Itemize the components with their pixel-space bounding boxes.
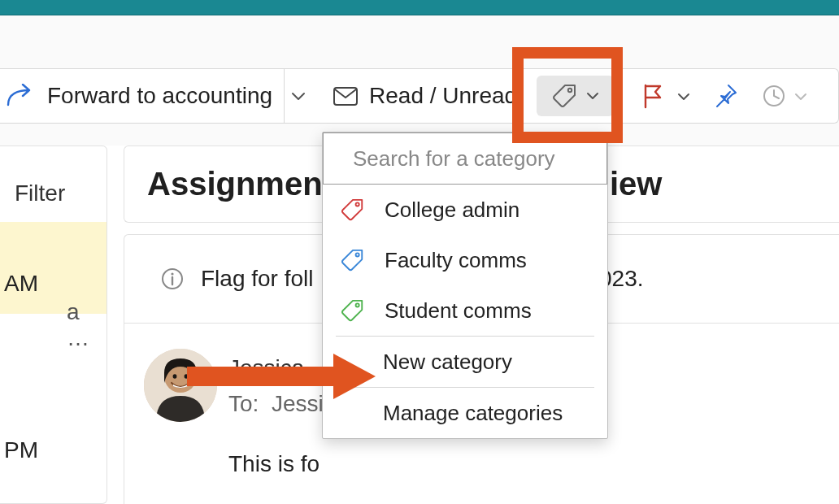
svg-point-6	[173, 374, 177, 379]
snooze-button[interactable]	[762, 84, 786, 108]
tag-icon	[341, 198, 365, 222]
flag-followup-text: Flag for foll	[201, 266, 314, 292]
svg-point-11	[356, 303, 359, 306]
new-category-item[interactable]: New category	[323, 337, 607, 387]
category-item-faculty-comms[interactable]: Faculty comms	[323, 235, 607, 285]
window-title-bar	[0, 0, 839, 15]
filter-button[interactable]: Filter	[15, 180, 65, 206]
flag-info-row: Flag for foll 023.	[160, 266, 314, 292]
category-label: Faculty comms	[385, 248, 527, 273]
snooze-dropdown[interactable]	[794, 89, 807, 103]
message-list-item[interactable]: PM	[0, 437, 107, 462]
new-category-label: New category	[383, 350, 512, 375]
read-unread-button[interactable]: Read / Unread	[369, 83, 517, 109]
category-item-college-admin[interactable]: College admin	[323, 185, 607, 235]
pin-button[interactable]	[713, 83, 739, 109]
message-list-item-selected[interactable]: AM a …	[0, 222, 107, 314]
sender-avatar[interactable]	[144, 349, 217, 422]
svg-point-7	[185, 374, 189, 379]
annotation-highlight-box	[512, 47, 623, 143]
chevron-down-icon	[677, 93, 690, 101]
message-body-text: This is fo	[228, 451, 320, 477]
recipient-line: To: Jessic	[228, 391, 335, 417]
preview-snippet: a …	[67, 299, 107, 351]
preview-time: AM	[4, 271, 38, 297]
svg-point-10	[356, 253, 359, 256]
svg-point-9	[356, 202, 359, 206]
forward-arrow-icon	[7, 84, 39, 108]
categorize-dropdown: College admin Faculty comms Student comm…	[322, 132, 608, 439]
category-item-student-comms[interactable]: Student comms	[323, 285, 607, 336]
forward-quickstep-dropdown[interactable]	[285, 69, 312, 123]
flag-button[interactable]	[641, 83, 664, 109]
sender-name: Jessica	[228, 355, 304, 381]
tag-icon	[341, 298, 365, 323]
message-toolbar: Forward to accounting Read / Unread	[0, 68, 839, 124]
chevron-down-icon	[794, 93, 807, 101]
flag-icon	[641, 83, 664, 109]
preview-time: PM	[4, 437, 38, 463]
forward-quickstep-button[interactable]: Forward to accounting	[47, 83, 272, 109]
category-search-input[interactable]	[353, 146, 617, 172]
info-icon	[160, 267, 185, 291]
pin-icon	[713, 83, 739, 109]
flag-dropdown[interactable]	[677, 89, 690, 103]
category-label: Student comms	[385, 298, 532, 324]
clock-icon	[762, 84, 786, 108]
manage-categories-label: Manage categories	[383, 401, 563, 426]
svg-point-3	[171, 272, 173, 275]
tag-icon	[341, 248, 365, 272]
envelope-icon	[332, 85, 359, 107]
manage-categories-item[interactable]: Manage categories	[323, 388, 607, 438]
category-label: College admin	[385, 198, 519, 223]
message-list-sidebar: Filter AM a … PM	[0, 146, 107, 504]
